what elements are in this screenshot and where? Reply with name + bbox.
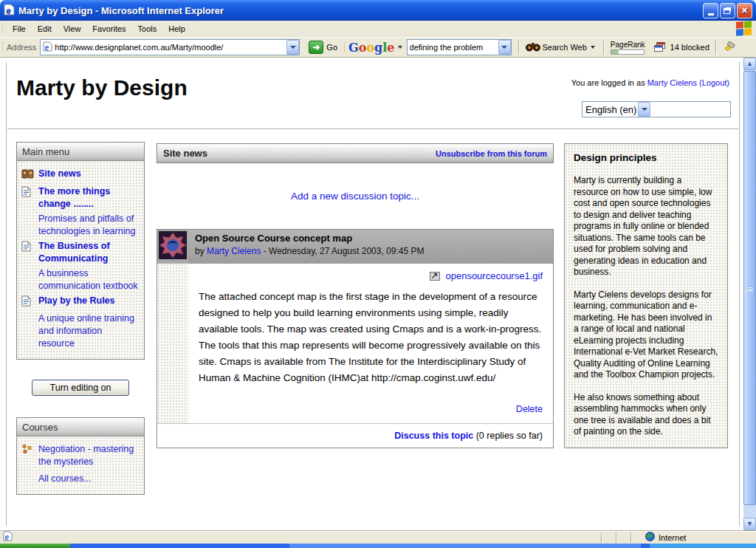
link-course-negotiation[interactable]: Negotiation - mastering the mysteries: [38, 443, 140, 468]
address-input[interactable]: e http://www.designplanet.com.au/Marty/m…: [40, 39, 300, 55]
courses-body: Negotiation - mastering the mysteries Al…: [17, 436, 144, 494]
link-all-courses[interactable]: All courses...: [38, 473, 140, 485]
link-promises-pitfalls[interactable]: Promises and pitfalls of technologies in…: [38, 213, 140, 238]
system-tray: [650, 544, 756, 548]
menu-edit[interactable]: Edit: [32, 22, 58, 35]
google-logo[interactable]: Google: [348, 41, 394, 55]
google-search-dropdown-button[interactable]: [498, 40, 511, 55]
center-column: Site news Unsubscribe from this forum Ad…: [157, 143, 554, 448]
ie-app-icon: e: [4, 4, 15, 18]
start-button[interactable]: [0, 544, 70, 548]
language-selected: English (en): [585, 104, 636, 115]
header-divider: [7, 129, 738, 129]
address-dropdown-button[interactable]: [286, 40, 299, 55]
go-arrow-icon: ➜: [309, 41, 323, 54]
list-item: The Business of Communicating: [21, 240, 140, 265]
forum-post: Open Source Course concept map by Marty …: [157, 229, 554, 448]
google-toolbar-grip[interactable]: [343, 41, 346, 53]
language-select[interactable]: English (en): [582, 101, 731, 117]
main-menu-header: Main menu: [17, 143, 144, 161]
google-search-input[interactable]: defining the problem: [407, 39, 512, 55]
attachment-link[interactable]: opensourcecourse1.gif: [445, 270, 543, 281]
page-border-right: [739, 62, 740, 526]
blocked-count-label[interactable]: 14 blocked: [670, 43, 709, 52]
login-prefix: You are logged in as: [571, 78, 645, 87]
design-principles-block: Design principles Marty is currently bui…: [564, 143, 728, 448]
turn-editing-on-button[interactable]: Turn editing on: [32, 380, 129, 396]
site-news-title: Site news: [163, 148, 207, 159]
list-item: The more things change ........: [21, 185, 140, 210]
toolbar-grip[interactable]: [1, 23, 4, 35]
globe-icon: [645, 532, 655, 543]
svg-text:e: e: [5, 533, 10, 541]
link-business-textbook[interactable]: A businness communication textbook: [38, 267, 140, 292]
course-icon: [21, 443, 35, 468]
close-button[interactable]: ✕: [737, 3, 752, 18]
main-menu-block: Main menu Site news The more things chan…: [16, 142, 145, 360]
attachment-icon: [430, 270, 446, 281]
pagerank-indicator[interactable]: PageRank: [611, 41, 645, 55]
list-item: Play by the Rules: [21, 295, 140, 310]
language-dropdown-button[interactable]: [638, 102, 650, 117]
link-site-news[interactable]: Site news: [38, 168, 81, 183]
menu-help[interactable]: Help: [162, 22, 191, 35]
menu-bar: File Edit View Favorites Tools Help: [0, 21, 756, 37]
login-status: You are logged in as Marty Cielens (Logo…: [571, 78, 729, 87]
window-titlebar: e Marty by Design - Microsoft Internet E…: [0, 0, 756, 21]
address-grip[interactable]: [1, 41, 4, 53]
search-web-arrow-icon[interactable]: [591, 46, 595, 49]
discuss-topic-link[interactable]: Discuss this topic: [394, 431, 473, 441]
avatar[interactable]: [157, 230, 188, 264]
logout-link[interactable]: (Logout): [699, 78, 729, 87]
link-play-by-the-rules[interactable]: Play by the Rules: [38, 295, 115, 310]
taskbar: [0, 544, 756, 548]
forum-post-header: Open Source Course concept map by Marty …: [157, 230, 553, 264]
menu-tools[interactable]: Tools: [132, 22, 163, 35]
minimize-button[interactable]: [703, 3, 718, 18]
design-principles-title: Design principles: [574, 152, 718, 163]
replies-count: (0 replies so far): [476, 431, 543, 441]
restore-button[interactable]: [720, 3, 735, 18]
windows-logo-icon: [736, 21, 752, 37]
svg-text:e: e: [6, 6, 10, 15]
menu-view[interactable]: View: [58, 22, 87, 35]
address-toolbar: Address e http://www.designplanet.com.au…: [0, 37, 756, 58]
link-unique-online-resource[interactable]: A unique online training and information…: [38, 312, 140, 350]
post-body-cell: opensourcecourse1.gif The attached conce…: [188, 264, 553, 423]
post-body-text: The attached concept map is the first st…: [199, 289, 543, 386]
design-principles-paragraph: Marty is currently building a resource o…: [574, 175, 718, 278]
taskbar-app-button[interactable]: [289, 544, 641, 548]
search-web-button[interactable]: Search Web: [543, 43, 587, 52]
list-item: Negotiation - mastering the mysteries: [21, 443, 140, 468]
page-border-left: [6, 62, 7, 526]
binoculars-icon: [526, 41, 540, 53]
delete-link[interactable]: Delete: [516, 404, 543, 414]
google-search-value: defining the problem: [410, 43, 497, 52]
post-byline: by Marty Cielens - Wednesday, 27 August …: [195, 246, 546, 256]
post-author-link[interactable]: Marty Cielens: [207, 246, 261, 256]
menu-favorites[interactable]: Favorites: [86, 22, 131, 35]
post-date: - Wednesday, 27 August 2003, 09:45 PM: [264, 246, 425, 256]
doc-icon: [21, 185, 35, 210]
scroll-up-button[interactable]: ▲: [743, 58, 756, 70]
page-ie-icon: e: [43, 41, 52, 54]
link-business-of-communicating[interactable]: The Business of Communicating: [38, 240, 140, 265]
doc-icon: [21, 295, 35, 310]
login-user-link[interactable]: Marty Cielens: [647, 78, 697, 87]
go-button[interactable]: ➜ Go: [304, 41, 342, 54]
post-title: Open Source Course concept map: [195, 233, 546, 244]
highlighter-icon[interactable]: [723, 41, 736, 53]
courses-header: Courses: [17, 418, 144, 436]
vertical-scrollbar[interactable]: ▲ ▼: [743, 58, 756, 530]
security-zone: Internet: [645, 532, 756, 543]
address-label: Address: [7, 43, 36, 52]
zone-label: Internet: [659, 533, 686, 542]
scroll-down-button[interactable]: ▼: [743, 518, 756, 530]
google-menu-arrow-icon[interactable]: [398, 46, 402, 49]
unsubscribe-link[interactable]: Unsubscribe from this forum: [436, 149, 547, 158]
scrollbar-thumb[interactable]: [743, 71, 756, 505]
add-discussion-topic-link[interactable]: Add a new discussion topic...: [291, 191, 419, 202]
menu-file[interactable]: File: [7, 22, 32, 35]
post-side-rail: [157, 264, 188, 423]
link-more-things-change[interactable]: The more things change ........: [38, 185, 140, 210]
